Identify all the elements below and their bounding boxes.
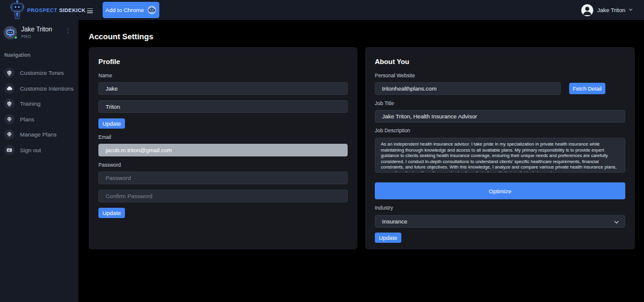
robot-icon xyxy=(4,68,14,78)
sidebar-item-customize-tones[interactable]: Customize Tones xyxy=(0,65,78,81)
about-heading: About You xyxy=(375,58,625,65)
industry-select[interactable]: Insurance xyxy=(375,215,625,228)
gem-icon xyxy=(4,114,14,124)
update-about-button[interactable]: Update xyxy=(375,233,401,243)
user-chip-name: Jake Triton xyxy=(598,7,625,13)
brand-primary: PROSPECT xyxy=(27,7,57,13)
last-name-input[interactable] xyxy=(98,100,348,113)
personal-website-input[interactable] xyxy=(375,82,561,95)
prospect-sidekick-logo-icon xyxy=(9,0,25,20)
update-password-button[interactable]: Update xyxy=(98,208,125,218)
industry-selected-value: Insurance xyxy=(382,218,407,225)
industry-label: Industry xyxy=(375,205,625,211)
job-title-input[interactable] xyxy=(375,110,625,123)
password-input[interactable] xyxy=(98,172,348,184)
user-menu[interactable]: Jake Triton xyxy=(581,4,632,16)
add-to-chrome-label: Add to Chrome xyxy=(106,7,144,13)
job-description-textarea[interactable]: As an independent health insurance advis… xyxy=(375,138,625,173)
add-to-chrome-button[interactable]: Add to Chrome xyxy=(103,2,159,18)
profile-card: Profile Name Update Email Password Updat… xyxy=(89,47,357,249)
job-description-label: Job Description xyxy=(375,127,625,133)
page-title: Account Settings xyxy=(89,32,644,41)
sidebar: Jake Triton PRO ⋮ Navigation Customize T… xyxy=(0,20,78,302)
chevron-down-icon xyxy=(614,219,619,223)
update-name-button[interactable]: Update xyxy=(98,118,125,129)
brand-secondary: SIDEKICK xyxy=(59,7,86,13)
sidebar-item-sign-out[interactable]: Sign out xyxy=(0,143,78,158)
sidebar-item-customize-intentions[interactable]: Customize Intentions xyxy=(0,81,78,97)
sidebar-user-card: Jake Triton PRO ⋮ xyxy=(4,25,75,39)
password-label: Password xyxy=(98,162,348,168)
sidebar-nav: Customize Tones Customize Intentions Tra… xyxy=(0,65,78,158)
menu-toggle-icon[interactable] xyxy=(87,7,93,14)
sidebar-item-label: Training xyxy=(20,100,40,107)
sidebar-item-training[interactable]: Training xyxy=(0,96,78,112)
job-title-label: Job Title xyxy=(375,100,625,106)
brand-title: PROSPECTSIDEKICK xyxy=(27,7,86,13)
sidebar-item-label: Sign out xyxy=(20,147,41,153)
optimize-button[interactable]: Optimize xyxy=(375,182,625,199)
first-name-input[interactable] xyxy=(98,82,348,95)
topbar: PROSPECTSIDEKICK Add to Chrome Jake Trit… xyxy=(0,0,644,20)
chevron-down-icon xyxy=(629,7,633,11)
user-options-icon[interactable]: ⋮ xyxy=(65,27,71,34)
cloud-icon xyxy=(4,83,14,94)
sidebar-item-label: Customize Intentions xyxy=(20,85,74,92)
online-status-dot xyxy=(14,36,18,39)
sidebar-user-name: Jake Triton xyxy=(21,25,52,33)
name-label: Name xyxy=(98,72,348,79)
main-content: Account Settings Profile Name Update Ema… xyxy=(78,20,644,302)
sidebar-item-manage-plans[interactable]: Manage Plans xyxy=(0,127,78,143)
profile-heading: Profile xyxy=(98,58,348,65)
email-label: Email xyxy=(98,134,348,140)
sidebar-item-label: Plans xyxy=(20,116,34,123)
confirm-password-input[interactable] xyxy=(98,190,348,202)
sidebar-item-plans[interactable]: Plans xyxy=(0,112,78,127)
robot-icon xyxy=(147,5,156,14)
gem-icon xyxy=(4,129,14,140)
email-input xyxy=(98,144,348,156)
robot-icon xyxy=(4,98,14,109)
signout-icon xyxy=(4,145,14,155)
sidebar-item-label: Customize Tones xyxy=(20,69,64,76)
nav-section-label: Navigation xyxy=(4,52,78,58)
sidebar-user-avatar xyxy=(4,26,17,39)
user-avatar xyxy=(581,4,593,16)
about-you-card: About You Personal Website Fetch Detail … xyxy=(365,47,635,249)
fetch-detail-button[interactable]: Fetch Detail xyxy=(569,83,605,94)
sidebar-user-plan-badge: PRO xyxy=(21,34,52,39)
personal-website-label: Personal Website xyxy=(375,72,625,79)
sidebar-item-label: Manage Plans xyxy=(20,131,57,138)
